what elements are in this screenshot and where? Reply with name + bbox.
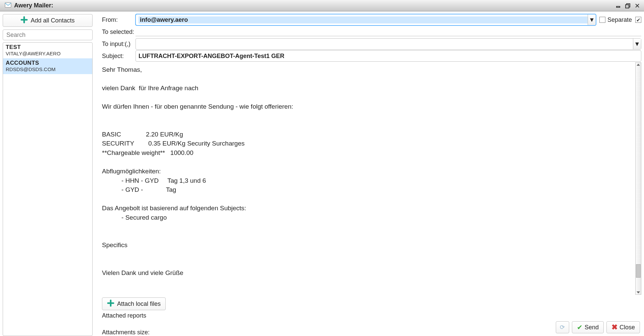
window-title: Awery Mailer: [14,2,53,9]
contact-group[interactable]: ACCOUNTS RDSDS@DSDS.COM [3,58,92,74]
refresh-icon: ⟳ [560,324,565,331]
attach-local-files-button[interactable]: Attach local files [102,297,166,310]
subject-label: Subject: [102,53,136,60]
svg-rect-3 [626,5,629,8]
mail-icon [5,2,11,9]
contact-group-address: VITALY@AWERY.AERO [6,51,90,56]
separate-checkbox[interactable] [635,17,641,23]
close-label: Close [620,324,635,331]
maximize-button[interactable] [624,2,632,10]
chevron-down-icon[interactable]: ▼ [588,14,596,25]
send-button[interactable]: ✔ Send [572,321,604,333]
separate-label: Separate [607,16,632,23]
plus-icon [20,16,28,25]
to-selected-field[interactable] [136,27,641,36]
separate-checkbox-extra[interactable] [599,17,605,23]
message-body-editor[interactable]: Sehr Thomas, vielen Dank für Ihre Anfrag… [102,62,633,279]
add-all-contacts-button[interactable]: Add all Contacts [3,14,93,27]
from-combo[interactable]: info@awery.aero ▼ [136,14,596,25]
svg-rect-1 [616,6,620,7]
plus-icon [107,299,114,309]
search-input[interactable] [3,30,93,40]
contact-group[interactable]: TEST VITALY@AWERY.AERO [3,43,92,58]
add-all-contacts-label: Add all Contacts [31,17,74,24]
subject-input[interactable]: LUFTRACHT-EXPORT-ANGEBOT-Agent-Test1 GER [136,50,641,62]
refresh-button[interactable]: ⟳ [556,321,569,333]
close-icon: ✖ [611,323,618,332]
svg-rect-0 [5,3,11,7]
close-button[interactable]: ✖ Close [606,321,640,333]
window-titlebar: Awery Mailer: [0,0,644,11]
contacts-sidebar: Add all Contacts TEST VITALY@AWERY.AERO … [0,11,95,336]
from-label: From: [102,16,136,23]
subject-value: LUFTRACHT-EXPORT-ANGEBOT-Agent-Test1 GER [139,53,284,60]
contacts-list[interactable]: TEST VITALY@AWERY.AERO ACCOUNTS RDSDS@DS… [3,42,93,336]
compose-panel: From: info@awery.aero ▼ Separate To sele… [95,11,644,336]
from-value: info@awery.aero [139,16,588,23]
attach-local-files-label: Attach local files [117,300,161,307]
contact-group-name: TEST [6,44,90,51]
to-selected-label: To selected: [102,29,136,36]
check-icon: ✔ [577,323,583,331]
send-label: Send [585,324,599,331]
to-input-label: To input:(,) [102,41,136,48]
to-input-combo[interactable]: ▼ [136,38,641,50]
close-window-button[interactable] [633,2,641,10]
chevron-down-icon[interactable]: ▼ [633,39,641,49]
minimize-button[interactable] [614,2,623,10]
contact-group-name: ACCOUNTS [6,60,90,66]
contact-group-address: RDSDS@DSDS.COM [6,66,90,72]
attachments-size-label: Attachments size: [102,329,556,336]
footer-toolbar: ⟳ ✔ Send ✖ Close [556,319,641,336]
attached-reports-label: Attached reports [102,312,641,319]
